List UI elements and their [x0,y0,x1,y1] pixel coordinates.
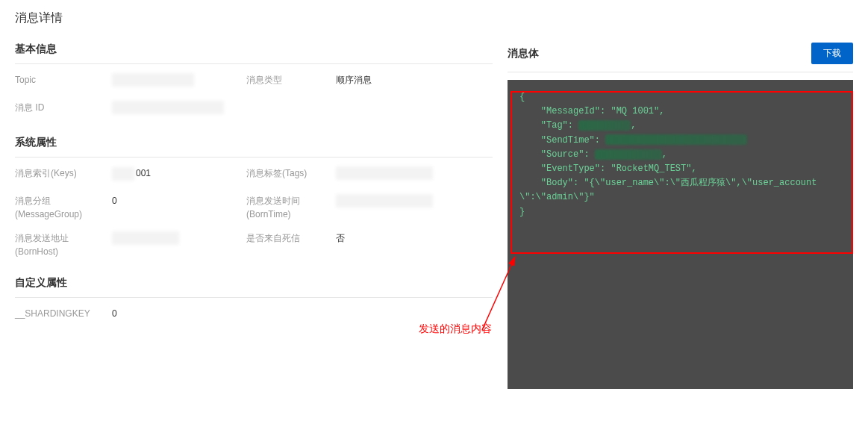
watermark: @51CTO博客 [799,409,859,423]
left-column: 基本信息 Topic 消息类型 顺序消息 消息 ID 系统属性 消息索引(Key… [15,38,493,389]
borntime-label: 消息发送时间 (BornTime) [246,194,336,221]
dead-value: 否 [336,231,470,258]
group-value: 0 [112,194,246,221]
annotation-label: 发送的消息内容 [419,322,492,336]
download-button[interactable]: 下载 [811,43,853,64]
msg-body-header: 消息体 下载 [508,38,853,72]
content-area: 基本信息 Topic 消息类型 顺序消息 消息 ID 系统属性 消息索引(Key… [0,38,868,389]
topic-label: Topic [15,73,112,90]
borntime-value [336,194,470,221]
bornhost-label: 消息发送地址 (BornHost) [15,231,112,258]
tags-label: 消息标签(Tags) [246,166,336,184]
right-column: 消息体 下载 { "MessageId": "MQ 1001", "Tag": … [508,38,853,389]
msg-type-value: 顺序消息 [336,73,470,90]
dead-label: 是否来自死信 [246,231,336,258]
tags-value [336,166,470,184]
msg-body-title: 消息体 [508,47,539,60]
system-props-grid: 消息索引(Keys) 001 消息标签(Tags) 消息分组 (MessageG… [15,166,493,258]
system-props-section-title: 系统属性 [15,131,493,158]
sharding-value: 0 [112,307,246,320]
basic-info-section-title: 基本信息 [15,38,493,64]
bornhost-value [112,231,246,258]
custom-props-section-title: 自定义属性 [15,272,493,298]
group-label: 消息分组 (MessageGroup) [15,194,112,221]
basic-info-grid: Topic 消息类型 顺序消息 消息 ID [15,73,493,118]
keys-label: 消息索引(Keys) [15,166,112,184]
msg-type-label: 消息类型 [246,73,336,90]
message-body-code[interactable]: { "MessageId": "MQ 1001", "Tag": , "Send… [508,80,853,389]
topic-value [112,73,246,90]
msg-id-value [112,101,246,118]
sharding-label: __SHARDINGKEY [15,307,112,320]
custom-props-grid: __SHARDINGKEY 0 [15,307,493,320]
page-title: 消息详情 [0,0,868,38]
keys-value: 001 [112,166,246,184]
msg-id-label: 消息 ID [15,101,112,118]
svg-line-0 [482,257,515,330]
